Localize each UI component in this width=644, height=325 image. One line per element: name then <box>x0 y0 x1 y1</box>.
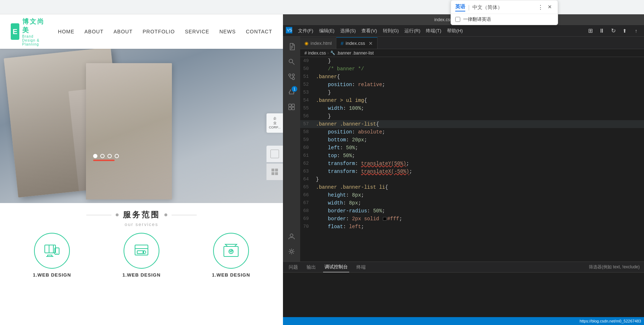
line-num-49: 49 <box>300 57 314 65</box>
line-content-49: } <box>314 57 331 65</box>
code-line-68: 68 border-radius: 50%; <box>300 207 644 215</box>
menu-file[interactable]: 文件(F) <box>295 25 316 37</box>
line-content-58: position: absolute; <box>314 128 385 136</box>
line-content-61: top: 50%; <box>314 152 355 160</box>
service-label-3: 1.WEB DESIGN <box>212 272 250 278</box>
site-banner: 企 业 CORP... <box>0 49 283 203</box>
menu-edit[interactable]: 编辑(E) <box>316 25 337 37</box>
translate-more-icon[interactable]: ⋮ <box>536 3 545 11</box>
translate-close-icon[interactable]: ✕ <box>546 3 553 11</box>
line-num-66: 66 <box>300 191 314 199</box>
nav-news[interactable]: NEWS <box>219 29 236 34</box>
activity-search[interactable] <box>284 55 299 69</box>
nav-contact[interactable]: CONTACT <box>246 29 272 34</box>
code-line-61: 61 top: 50%; <box>300 152 644 160</box>
side-floating-btn[interactable]: 企 业 CORP... <box>266 113 283 133</box>
activity-account[interactable] <box>284 229 299 244</box>
line-num-61: 61 <box>300 152 314 160</box>
nav-about1[interactable]: ABOUT <box>85 29 104 34</box>
translate-popup: 英语 | 中文（简体） ⋮ ✕ 一律翻译英语 <box>451 0 558 25</box>
service-label-2: 1.WEB DESIGN <box>122 272 161 278</box>
breadcrumb-sep: › <box>327 51 329 56</box>
svg-point-16 <box>292 77 294 80</box>
line-num-64: 64 <box>300 175 314 183</box>
menu-help[interactable]: 帮助(H) <box>444 25 466 37</box>
menu-terminal[interactable]: 终端(T) <box>423 25 444 37</box>
nav-about2[interactable]: ABOUT <box>114 29 133 34</box>
dot-2[interactable] <box>100 154 105 158</box>
code-line-69: 69 border: 2px solid #fff; <box>300 215 644 223</box>
logo-icon: E <box>11 23 19 40</box>
menu-select[interactable]: 选择(S) <box>337 25 359 37</box>
tab-index-css[interactable]: # index.css ✕ <box>336 37 378 49</box>
tab-css-icon: # <box>341 41 343 46</box>
line-content-60: left: 50%; <box>314 144 358 152</box>
services-section: 服务范围 our services <box>0 203 283 281</box>
lang-tab-en[interactable]: 英语 <box>455 4 465 11</box>
side-btn3[interactable] <box>266 164 283 180</box>
toolbar-icon-refresh[interactable]: ↻ <box>608 26 618 36</box>
code-line-64: 64 } <box>300 175 644 183</box>
activity-debug[interactable]: 1 <box>284 85 299 99</box>
activity-extensions[interactable] <box>284 100 299 114</box>
dot-4[interactable] <box>115 154 119 158</box>
activity-files[interactable] <box>284 39 299 54</box>
menu-view[interactable]: 查看(V) <box>359 25 380 37</box>
vscode-editor: index.css - 博文尚美 - Visual S VS 文件(F) 编辑(… <box>283 14 644 325</box>
activity-git[interactable] <box>284 70 299 84</box>
bottom-tab-debug-console[interactable]: 调试控制台 <box>323 262 349 272</box>
toolbar-icon-pause[interactable]: ⏸ <box>597 26 607 36</box>
code-line-57: 57 .banner .banner-list{ <box>300 120 644 128</box>
line-num-54: 54 <box>300 96 314 104</box>
line-content-63: transform: translateX(-50%); <box>314 168 412 175</box>
line-num-62: 62 <box>300 160 314 168</box>
code-line-63: 63 transform: translateX(-50%); <box>300 168 644 175</box>
line-content-54: .banner > ul img{ <box>314 96 367 104</box>
services-en-title: our services <box>7 222 276 227</box>
vscode-breadcrumb: # index.css › 🔧 .banner .banner-list <box>300 49 644 57</box>
dot-1[interactable] <box>93 154 97 158</box>
nav-home[interactable]: HOME <box>58 29 75 34</box>
bottom-tab-output[interactable]: 输出 <box>305 262 317 272</box>
line-content-55: width: 100%; <box>314 104 364 112</box>
line-content-67: width: 8px; <box>314 199 361 207</box>
status-url[interactable]: https://blog.csdn.net/m0_52267483 <box>580 319 641 323</box>
svg-text:VS: VS <box>287 28 292 32</box>
translate-option-label: 一律翻译英语 <box>463 16 491 23</box>
bottom-tab-terminal[interactable]: 终端 <box>355 262 367 272</box>
svg-rect-1 <box>49 245 53 253</box>
lang-separator: | <box>468 4 470 11</box>
menu-run[interactable]: 运行(R) <box>402 25 423 37</box>
line-num-50: 50 <box>300 65 314 73</box>
line-content-53: } <box>314 89 331 96</box>
toolbar-icon-3[interactable]: ⬆ <box>620 26 630 36</box>
side-btn2[interactable] <box>266 146 283 162</box>
line-num-67: 67 <box>300 199 314 207</box>
nav-portfolio[interactable]: PROTFOLIO <box>143 29 175 34</box>
code-editor[interactable]: 49 } 50 /* banner */ 51 <box>300 57 644 262</box>
translate-option-checkbox[interactable] <box>455 17 460 22</box>
toolbar-icon-4[interactable]: ↑ <box>631 26 641 36</box>
tab-css-close[interactable]: ✕ <box>369 41 373 46</box>
line-content-52: position: relative; <box>314 81 385 89</box>
line-num-60: 60 <box>300 144 314 152</box>
service-card-1: 1.WEB DESIGN <box>7 233 97 278</box>
svg-rect-23 <box>289 104 291 107</box>
dot-active-line <box>93 160 115 161</box>
bottom-tabs-bar: 问题 输出 调试控制台 终端 筛选器(例如 text, !exclude) <box>283 262 644 273</box>
menu-goto[interactable]: 转到(G) <box>380 25 402 37</box>
lang-tab-zh[interactable]: 中文（简体） <box>472 4 503 11</box>
svg-point-28 <box>290 250 293 253</box>
nav-service[interactable]: SERVICE <box>185 29 209 34</box>
bottom-tab-problems[interactable]: 问题 <box>287 262 299 272</box>
services-cn-title: 服务范围 <box>123 209 160 220</box>
tab-index-html[interactable]: ◉ index.html <box>300 37 336 49</box>
breadcrumb-selector: .banner .banner-list <box>337 51 374 56</box>
activity-settings[interactable] <box>284 244 299 259</box>
toolbar-icon-1[interactable]: ⊞ <box>585 26 595 36</box>
breadcrumb-icon: 🔧 <box>330 51 335 55</box>
line-num-63: 63 <box>300 168 314 175</box>
dot-3[interactable] <box>107 154 112 158</box>
service-icon-2 <box>124 233 159 269</box>
line-num-70: 70 <box>300 223 314 231</box>
